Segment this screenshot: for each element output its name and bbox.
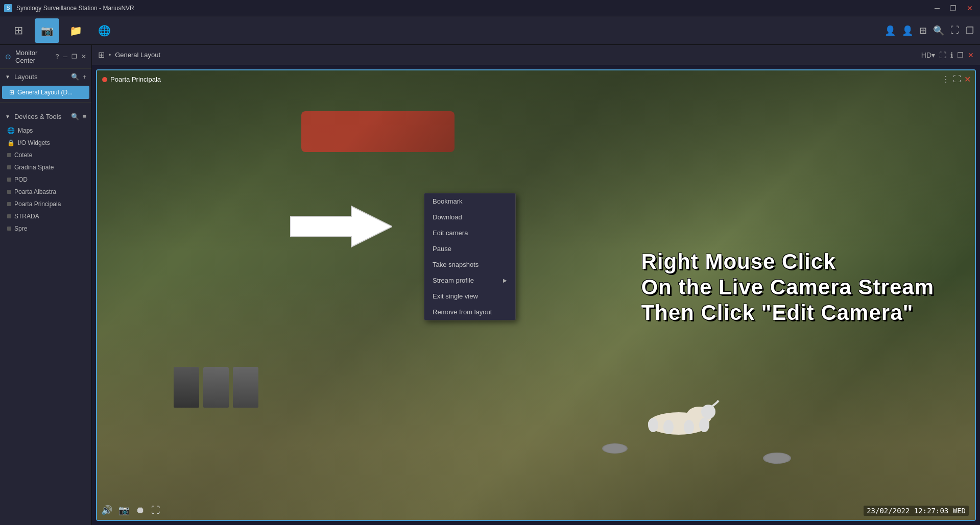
camera-expand-btn[interactable]: ⛶ xyxy=(953,74,961,84)
sidebar-item-maps[interactable]: 🌐 Maps xyxy=(0,124,91,137)
minimize-button[interactable]: ─ xyxy=(931,4,943,12)
bin-2 xyxy=(203,367,229,408)
titlebar-controls[interactable]: ─ ❐ ✕ xyxy=(931,4,976,12)
io-icon: 🔒 xyxy=(7,139,15,146)
layouts-chevron-icon: ▼ xyxy=(5,74,10,80)
toolbar-fullscreen-icon[interactable]: ⛶ xyxy=(950,25,960,36)
context-menu-pause[interactable]: Pause xyxy=(424,241,515,257)
toolbar-network-btn[interactable]: 🌐 xyxy=(92,18,116,43)
toolbar-right: 👤 👤 ⊞ 🔍 ⛶ ❐ xyxy=(885,25,974,36)
devices-tools-header[interactable]: ▼ Devices & Tools 🔍 ≡ xyxy=(0,109,91,124)
camera-name: Poarta Principala xyxy=(110,76,161,83)
monitor-center-title: Monitor Center xyxy=(15,49,52,64)
pprincipala-label: Poarta Principala xyxy=(14,201,61,208)
toolbar-monitor-btn[interactable]: 📷 xyxy=(35,18,59,43)
monitor-restore-icon[interactable]: ❐ xyxy=(71,53,77,60)
titlebar: S Synology Surveillance Station - Marius… xyxy=(0,0,980,16)
context-menu-edit-camera[interactable]: Edit camera xyxy=(424,225,515,241)
toolbar-folder-btn[interactable]: 📁 xyxy=(63,18,88,43)
context-remove-label: Remove from layout xyxy=(433,308,492,316)
toolbar-left: ⊞ 📷 📁 🌐 xyxy=(6,18,116,43)
restore-button[interactable]: ❐ xyxy=(947,4,960,12)
context-edit-camera-label: Edit camera xyxy=(433,229,468,237)
layout-dot: • xyxy=(109,52,111,59)
sidebar-item-pod[interactable]: POD xyxy=(0,173,91,186)
camera-viewport[interactable]: Right Mouse Click On the Live Camera Str… xyxy=(96,69,976,521)
camera-top-right-controls: ⋮ ⛶ ✕ xyxy=(942,74,971,84)
layouts-title: Layouts xyxy=(14,73,38,81)
toolbar-layout-icon[interactable]: ⊞ xyxy=(919,25,927,36)
sidebar-item-general-layout[interactable]: ⊞ General Layout (D... xyxy=(2,86,89,99)
layout-title-area: ⊞ • General Layout xyxy=(98,50,160,60)
layouts-section-header[interactable]: ▼ Layouts 🔍 + xyxy=(0,69,91,85)
layouts-search-icon[interactable]: 🔍 xyxy=(71,73,79,81)
camera-menu-btn[interactable]: ⋮ xyxy=(942,74,950,84)
overlay-line-2: On the Live Camera Stream xyxy=(641,274,934,300)
devices-search-icon[interactable]: 🔍 xyxy=(71,113,79,120)
maps-icon: 🌐 xyxy=(7,127,15,134)
camera-snapshot-btn[interactable]: 📷 xyxy=(118,505,130,516)
app-toolbar: ⊞ 📷 📁 🌐 👤 👤 ⊞ 🔍 ⛶ ❐ xyxy=(0,16,980,45)
camera-record-btn[interactable]: ⏺ xyxy=(136,505,145,516)
context-menu-exit-single-view[interactable]: Exit single view xyxy=(424,288,515,304)
spre-cam-dot xyxy=(7,227,11,231)
monitor-help-icon[interactable]: ? xyxy=(56,53,59,60)
fence-area xyxy=(97,70,975,250)
toolbar-profile-icon[interactable]: 👤 xyxy=(902,25,913,36)
bowl-2 xyxy=(763,453,791,464)
sidebar-item-strada[interactable]: STRADA xyxy=(0,210,91,222)
app-icon: S xyxy=(4,4,12,12)
camera-audio-btn[interactable]: 🔊 xyxy=(101,505,112,516)
layout-quality-btn[interactable]: HD▾ xyxy=(921,51,935,59)
sidebar-item-io-widgets[interactable]: 🔒 I/O Widgets xyxy=(0,137,91,149)
devices-chevron-icon: ▼ xyxy=(5,114,10,119)
camera-close-btn[interactable]: ✕ xyxy=(964,74,971,84)
camera-timestamp: 23/02/2022 12:27:03 WED xyxy=(864,506,969,516)
layout-grid-icon: ⊞ xyxy=(9,89,14,96)
context-pause-label: Pause xyxy=(433,245,451,253)
context-menu-download[interactable]: Download xyxy=(424,209,515,225)
svg-point-7 xyxy=(699,418,709,432)
monitor-center-header: ⊙ Monitor Center ? ─ ❐ ✕ xyxy=(0,45,91,69)
monitor-close-icon[interactable]: ✕ xyxy=(81,53,86,60)
context-menu-take-snapshots[interactable]: Take snapshots xyxy=(424,257,515,272)
sidebar-item-poarta-principala[interactable]: Poarta Principala xyxy=(0,198,91,210)
sidebar-item-gradina-spate[interactable]: Gradina Spate xyxy=(0,161,91,173)
titlebar-left: S Synology Surveillance Station - Marius… xyxy=(4,4,134,12)
strada-cam-dot xyxy=(7,214,11,218)
toolbar-user-icon[interactable]: 👤 xyxy=(885,25,896,36)
sidebar-item-poarta-albastra[interactable]: Poarta Albastra xyxy=(0,186,91,198)
bowl-1 xyxy=(602,443,628,454)
sidebar-item-cotete[interactable]: Cotete xyxy=(0,149,91,161)
close-button[interactable]: ✕ xyxy=(964,4,976,12)
dog-area xyxy=(638,390,720,438)
svg-point-6 xyxy=(684,420,694,434)
pprincipala-cam-dot xyxy=(7,202,11,206)
devices-filter-icon[interactable]: ≡ xyxy=(82,113,86,120)
layout-info-btn[interactable]: ℹ xyxy=(950,51,953,59)
sidebar-item-spre[interactable]: Spre xyxy=(0,222,91,235)
layout-title-text: General Layout xyxy=(115,51,160,59)
toolbar-grid-btn[interactable]: ⊞ xyxy=(6,18,31,43)
svg-point-5 xyxy=(663,420,674,434)
bin-1 xyxy=(174,367,199,408)
context-menu-stream-profile[interactable]: Stream profile ▶ xyxy=(424,272,515,288)
bin-3 xyxy=(233,367,258,408)
toolbar-search-icon[interactable]: 🔍 xyxy=(933,25,944,36)
titlebar-title: Synology Surveillance Station - MariusNV… xyxy=(16,5,134,12)
context-menu-remove-from-layout[interactable]: Remove from layout xyxy=(424,304,515,320)
layouts-add-icon[interactable]: + xyxy=(82,73,86,81)
svg-point-4 xyxy=(648,418,658,432)
sidebar-divider xyxy=(0,102,91,103)
camera-crop-btn[interactable]: ⛶ xyxy=(151,505,160,516)
monitor-minimize-icon[interactable]: ─ xyxy=(63,53,67,60)
layout-actions: HD▾ ⛶ ℹ ❐ ✕ xyxy=(921,51,974,59)
devices-title: Devices & Tools xyxy=(14,113,61,120)
layout-window-btn[interactable]: ❐ xyxy=(957,51,964,59)
content-area: ⊞ • General Layout HD▾ ⛶ ℹ ❐ ✕ xyxy=(92,45,980,525)
context-menu-bookmark[interactable]: Bookmark xyxy=(424,193,515,209)
toolbar-window-icon[interactable]: ❐ xyxy=(966,25,974,36)
layout-expand-btn[interactable]: ⛶ xyxy=(939,51,946,59)
context-stream-label: Stream profile xyxy=(433,277,474,284)
layout-close-btn[interactable]: ✕ xyxy=(968,51,974,59)
